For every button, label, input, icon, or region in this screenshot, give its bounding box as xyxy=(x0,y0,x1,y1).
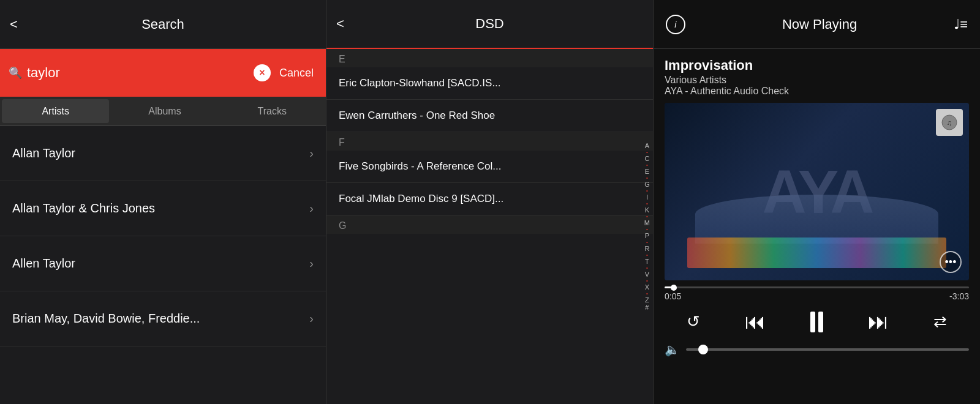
track-title: Improvisation xyxy=(665,58,969,73)
alpha-dot: • xyxy=(643,189,652,193)
repeat-button[interactable]: ↺ xyxy=(687,312,700,331)
now-playing-panel: i Now Playing ♩≡ Improvisation Various A… xyxy=(654,0,980,404)
alpha-dot: • xyxy=(643,240,652,245)
alpha-v[interactable]: V xyxy=(643,271,652,278)
next-icon: ⏭ xyxy=(868,310,889,334)
volume-slider[interactable] xyxy=(686,348,969,351)
alpha-dot: • xyxy=(643,176,652,181)
back-button-dsd[interactable]: < xyxy=(336,16,344,32)
now-playing-header: i Now Playing ♩≡ xyxy=(654,0,980,49)
now-playing-title: Now Playing xyxy=(782,17,857,32)
alpha-dot: • xyxy=(643,279,652,283)
list-item[interactable]: Eric Clapton-Slowhand [SACD.IS... xyxy=(326,67,653,100)
shuffle-icon: ⇄ xyxy=(933,312,947,331)
chevron-right-icon: › xyxy=(309,146,314,160)
next-button[interactable]: ⏭ xyxy=(868,310,889,334)
alpha-g[interactable]: G xyxy=(643,181,652,188)
prev-button[interactable]: ⏮ xyxy=(745,310,766,334)
artwork-car-shape xyxy=(695,195,939,244)
album-name: Ewen Carruthers - One Red Shoe xyxy=(339,110,495,121)
svg-text:♫: ♫ xyxy=(947,119,952,127)
alpha-dot: • xyxy=(643,163,652,168)
album-name: Focal JMlab Demo Disc 9 [SACD]... xyxy=(339,193,503,204)
alpha-dot: • xyxy=(643,150,652,155)
now-playing-content: Improvisation Various Artists AYA - Auth… xyxy=(654,49,980,404)
alpha-dot: • xyxy=(643,291,652,296)
pause-icon xyxy=(810,312,823,332)
current-time: 0:05 xyxy=(665,291,681,301)
alpha-p[interactable]: P xyxy=(643,233,652,239)
dsd-panel: < DSD E Eric Clapton-Slowhand [SACD.IS..… xyxy=(326,0,654,404)
chevron-right-icon: › xyxy=(309,312,314,326)
list-item[interactable]: Ewen Carruthers - One Red Shoe xyxy=(326,100,653,132)
volume-icon: 🔈 xyxy=(665,342,680,357)
clear-button[interactable]: × xyxy=(254,64,271,81)
alpha-a[interactable]: A xyxy=(643,143,652,149)
alpha-m[interactable]: M xyxy=(643,220,652,226)
info-button[interactable]: i xyxy=(666,15,685,34)
tab-artists[interactable]: Artists xyxy=(2,99,109,123)
artist-name: Brian May, David Bowie, Freddie... xyxy=(12,312,200,326)
cancel-button[interactable]: Cancel xyxy=(276,64,317,82)
list-item[interactable]: Allan Taylor & Chris Jones › xyxy=(0,181,326,236)
list-item[interactable]: Focal JMlab Demo Disc 9 [SACD]... xyxy=(326,183,653,215)
progress-section: 0:05 -3:03 xyxy=(665,280,969,304)
artist-label: Various Artists xyxy=(665,75,969,86)
section-header-g: G xyxy=(326,215,653,234)
list-item[interactable]: Brian May, David Bowie, Freddie... › xyxy=(0,291,326,346)
artist-list: Allan Taylor › Allan Taylor & Chris Jone… xyxy=(0,126,326,404)
alpha-index: A • C • E • G • I • K • M • P • R • T • … xyxy=(643,49,652,404)
repeat-icon: ↺ xyxy=(687,312,700,331)
alpha-dot: • xyxy=(643,253,652,258)
back-button-search[interactable]: < xyxy=(10,17,18,32)
search-input[interactable] xyxy=(27,65,249,81)
alpha-z[interactable]: Z xyxy=(643,297,652,304)
dsd-header: < DSD xyxy=(326,0,653,49)
search-header: < Search xyxy=(0,0,326,49)
album-label: AYA - Authentic Audio Check xyxy=(665,86,969,97)
list-item[interactable]: Allan Taylor › xyxy=(0,126,326,181)
alpha-hash[interactable]: # xyxy=(643,304,652,311)
volume-row: 🔈 xyxy=(665,340,969,364)
alpha-dot: • xyxy=(643,201,652,206)
progress-bar[interactable] xyxy=(665,286,969,288)
more-options-button[interactable]: ••• xyxy=(940,251,962,273)
artwork: AYA ♫ ••• xyxy=(665,103,969,280)
prev-icon: ⏮ xyxy=(745,310,766,334)
artist-name: Allan Taylor & Chris Jones xyxy=(12,201,155,215)
track-metadata: Improvisation Various Artists AYA - Auth… xyxy=(665,58,969,97)
chevron-right-icon: › xyxy=(309,256,314,271)
queue-icon[interactable]: ♩≡ xyxy=(954,17,968,32)
list-item[interactable]: Allen Taylor › xyxy=(0,236,326,291)
tab-tracks[interactable]: Tracks xyxy=(219,97,326,125)
shuffle-button[interactable]: ⇄ xyxy=(933,312,947,331)
progress-thumb xyxy=(671,285,677,291)
alpha-i[interactable]: I xyxy=(643,194,652,201)
alpha-e[interactable]: E xyxy=(643,168,652,175)
search-panel: < Search 🔍 × Cancel Artists Albums Track… xyxy=(0,0,326,404)
more-icon: ••• xyxy=(945,256,957,269)
list-item[interactable]: Five Songbirds - A Reference Col... xyxy=(326,151,653,183)
alpha-x[interactable]: X xyxy=(643,284,652,291)
alpha-t[interactable]: T xyxy=(643,258,652,265)
alpha-dot: • xyxy=(643,214,652,219)
artwork-colorful-bar xyxy=(687,238,946,268)
tab-albums[interactable]: Albums xyxy=(111,97,218,125)
album-name: Eric Clapton-Slowhand [SACD.IS... xyxy=(339,77,501,89)
pause-button[interactable] xyxy=(810,312,823,332)
volume-thumb xyxy=(698,345,708,354)
artist-name: Allan Taylor xyxy=(12,146,75,160)
alpha-k[interactable]: K xyxy=(643,207,652,214)
alpha-r[interactable]: R xyxy=(643,245,652,252)
clear-icon: × xyxy=(259,67,265,78)
artist-name: Allen Taylor xyxy=(12,256,75,271)
dsd-title: DSD xyxy=(475,16,503,32)
search-bar: 🔍 × Cancel xyxy=(0,49,326,97)
alpha-dot: • xyxy=(643,266,652,271)
search-title: Search xyxy=(141,17,184,32)
search-icon: 🔍 xyxy=(9,66,22,80)
chevron-right-icon: › xyxy=(309,201,314,215)
alpha-c[interactable]: C xyxy=(643,155,652,162)
section-header-f: F xyxy=(326,132,653,151)
alpha-dot: • xyxy=(643,227,652,232)
